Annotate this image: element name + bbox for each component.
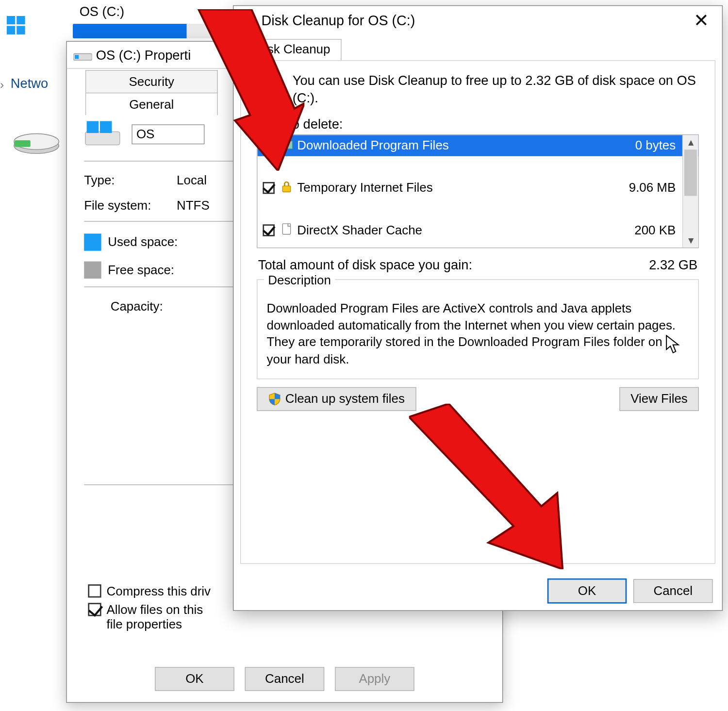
svg-rect-10 [87, 121, 99, 133]
file-size: 0 bytes [607, 138, 679, 153]
file-row[interactable]: Temporary Internet Files9.06 MB [257, 177, 698, 198]
file-size: 200 KB [607, 223, 679, 238]
scroll-up-icon[interactable]: ▲ [683, 135, 699, 149]
chevron-right-icon: › [0, 78, 4, 92]
filesystem-value: NTFS [177, 198, 210, 213]
properties-apply-button: Apply [335, 667, 414, 691]
file-type-icon [280, 222, 297, 238]
properties-footer: OK Cancel Apply [67, 656, 502, 702]
ok-button[interactable]: OK [547, 579, 627, 604]
shield-icon [268, 392, 281, 405]
file-row[interactable]: DirectX Shader Cache200 KB [257, 220, 698, 241]
type-value: Local [177, 173, 207, 188]
properties-cancel-button[interactable]: Cancel [245, 667, 325, 691]
cleanup-info-row: You can use Disk Cleanup to free up to 2… [241, 61, 714, 112]
file-name: Temporary Internet Files [297, 181, 607, 195]
network-tree-item[interactable]: Netwo [11, 76, 48, 91]
drive-icon [73, 49, 92, 62]
file-checkbox[interactable] [263, 224, 275, 236]
free-space-label: Free space: [108, 263, 174, 277]
allow-index-label: Allow files on this [107, 603, 203, 617]
annotation-arrow-2 [409, 404, 575, 569]
svg-rect-9 [85, 132, 120, 145]
scroll-thumb[interactable] [684, 149, 697, 196]
total-space-label: Total amount of disk space you gain: [258, 257, 472, 272]
drive-tree-icon [11, 126, 62, 157]
scrollbar[interactable]: ▲ ▼ [682, 135, 698, 248]
used-space-label: Used space: [108, 235, 178, 249]
compress-checkbox[interactable] [88, 584, 101, 597]
svg-rect-11 [100, 121, 112, 133]
cleanup-tabstrip: Disk Cleanup [240, 35, 715, 60]
view-files-button[interactable]: View Files [619, 387, 699, 411]
cleanup-footer: OK Cancel [233, 572, 722, 610]
description-legend: Description [264, 272, 335, 289]
used-space-swatch [84, 233, 101, 250]
drive-large-icon [84, 120, 121, 149]
svg-rect-0 [7, 16, 15, 24]
file-name: DirectX Shader Cache [297, 223, 607, 238]
cancel-button[interactable]: Cancel [633, 579, 713, 603]
svg-rect-6 [15, 140, 31, 147]
file-checkbox[interactable] [263, 182, 275, 194]
files-to-delete-label: Files to delete: [241, 113, 714, 134]
description-text: Downloaded Program Files are ActiveX con… [267, 301, 676, 366]
svg-marker-25 [409, 404, 563, 569]
svg-marker-24 [199, 9, 304, 171]
type-label: Type: [84, 173, 177, 188]
svg-rect-2 [7, 26, 15, 34]
compress-label: Compress this driv [107, 584, 211, 599]
svg-rect-20 [282, 185, 290, 191]
cleanup-info-text: You can use Disk Cleanup to free up to 2… [293, 71, 703, 107]
annotation-arrow-1 [172, 9, 305, 171]
description-group: Description Downloaded Program Files are… [257, 279, 699, 379]
allow-index-checkbox[interactable] [88, 603, 101, 616]
total-space-value: 2.32 GB [649, 257, 697, 272]
properties-options: Compress this driv Allow files on this f… [88, 580, 211, 636]
properties-ok-button[interactable]: OK [155, 667, 234, 691]
svg-rect-3 [17, 26, 25, 34]
explorer-tree: › Netwo [0, 0, 66, 711]
windows-logo-icon [7, 16, 25, 34]
scroll-down-icon[interactable]: ▼ [683, 233, 699, 248]
cursor-icon [666, 335, 680, 355]
cleanup-titlebar: Disk Cleanup for OS (C:) ✕ [233, 6, 722, 35]
allow-index-label-2: file properties [107, 617, 182, 631]
svg-rect-8 [75, 55, 79, 59]
file-name: Downloaded Program Files [297, 138, 607, 153]
drive-usage-fill [73, 24, 187, 38]
free-space-swatch [84, 262, 101, 279]
file-size: 9.06 MB [607, 181, 679, 195]
capacity-label: Capacity: [111, 299, 163, 314]
drive-header-label: OS (C:) [80, 4, 124, 19]
svg-rect-1 [17, 16, 25, 24]
cleanup-system-files-button[interactable]: Clean up system files [257, 387, 416, 411]
file-row[interactable]: Downloaded Program Files0 bytes [257, 135, 698, 156]
cleanup-system-files-label: Clean up system files [285, 392, 405, 406]
filesystem-label: File system: [84, 198, 177, 213]
file-type-icon [280, 180, 297, 196]
files-listbox[interactable]: Downloaded Program Files0 bytesTemporary… [257, 134, 699, 248]
close-icon[interactable]: ✕ [687, 11, 715, 30]
